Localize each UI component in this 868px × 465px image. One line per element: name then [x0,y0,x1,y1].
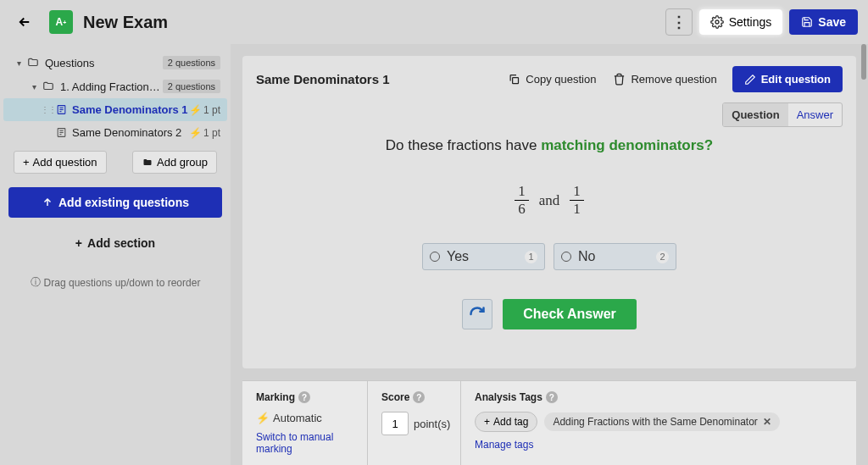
marking-mode: ⚡ Automatic [256,412,353,424]
tree-leaf[interactable]: Same Denominators 2 ⚡1 pt [3,121,227,144]
option-yes[interactable]: Yes 1 [422,243,545,270]
tree-root-label: Questions [45,57,163,69]
option-key-badge: 1 [525,251,537,263]
scrollbar[interactable] [860,44,868,465]
tab-answer[interactable]: Answer [788,103,842,126]
switch-marking-link[interactable]: Switch to manual marking [256,431,353,455]
tree-folder-badge: 2 questions [163,80,220,93]
folder-icon [42,80,55,92]
page-title: New Exam [83,13,168,32]
option-key-badge: 2 [656,251,669,263]
tree-folder[interactable]: ▾ 1. Adding Fractions with ... 2 questio… [3,75,227,98]
remove-tag-icon[interactable]: ✕ [763,416,771,428]
tab-question[interactable]: Question [723,103,787,126]
help-icon[interactable]: ? [413,391,425,403]
settings-button[interactable]: Settings [699,9,783,35]
add-existing-questions-button[interactable]: Add existing questions [8,187,222,218]
copy-question-button[interactable]: Copy question [499,68,604,91]
points-badge: ⚡1 pt [189,104,220,116]
remove-question-button[interactable]: Remove question [604,68,725,91]
bottom-panel: Marking? ⚡ Automatic Switch to manual ma… [242,380,856,465]
trash-icon [613,73,626,86]
folder-filled-icon [142,158,153,168]
marking-column: Marking? ⚡ Automatic Switch to manual ma… [242,381,368,465]
bolt-icon: ⚡ [256,412,270,424]
tag-chip: Adding Fractions with the Same Denominat… [544,412,779,431]
tags-column: Analysis Tags? + Add tag Adding Fraction… [461,381,856,465]
radio-icon [430,252,440,262]
add-tag-button[interactable]: + Add tag [475,412,537,432]
settings-label: Settings [729,15,772,29]
pencil-icon [744,74,756,86]
chevron-down-icon: ▾ [32,82,36,91]
manage-tags-link[interactable]: Manage tags [475,439,843,451]
save-icon [801,16,813,28]
question-prompt: Do these fractions have matching denomin… [276,137,822,154]
tree-root-badge: 2 questions [163,56,220,69]
tree-leaf-label: Same Denominators 2 [72,126,189,139]
help-icon[interactable]: ? [298,391,310,403]
add-section-button[interactable]: + Add section [8,230,222,257]
folder-icon [26,57,40,69]
info-icon: ⓘ [31,275,41,290]
fraction-display: 16 and 11 [276,183,822,218]
tree-folder-label: 1. Adding Fractions with ... [60,80,163,93]
plus-icon: + [75,236,82,250]
document-icon [56,104,67,115]
save-button[interactable]: Save [789,9,858,35]
tree-root-questions[interactable]: ▾ Questions 2 questions [3,51,227,75]
question-title: Same Denominators 1 [256,72,390,86]
svg-rect-9 [513,78,519,84]
add-group-button[interactable]: Add group [132,151,217,174]
save-label: Save [818,15,846,29]
question-body: Do these fractions have matching denomin… [242,134,856,341]
sidebar: ▾ Questions 2 questions ▾ 1. Adding Frac… [0,44,231,465]
question-card: Same Denominators 1 Copy question Remove… [242,56,856,368]
bolt-icon: ⚡ [189,104,202,116]
points-badge: ⚡1 pt [189,127,220,139]
upload-icon [42,197,53,208]
document-icon [56,127,67,138]
tree-leaf-label: Same Denominators 1 [72,103,189,116]
more-options-button[interactable]: ⋮ [665,8,693,36]
plus-icon: + [484,416,490,428]
question-answer-tabs: Question Answer [722,102,843,127]
copy-icon [508,73,520,86]
app-header: A+ New Exam ⋮ Settings Save [0,0,868,44]
plus-icon: + [23,156,30,169]
score-input[interactable] [381,412,409,435]
app-logo: A+ [49,10,73,34]
option-no[interactable]: No 2 [554,243,676,270]
svg-point-0 [715,20,719,24]
gear-icon [710,15,724,29]
content-area: Same Denominators 1 Copy question Remove… [231,44,868,465]
radio-icon [561,252,571,262]
refresh-button[interactable] [462,299,492,329]
check-answer-button[interactable]: Check Answer [503,299,637,329]
edit-question-button[interactable]: Edit question [732,66,843,92]
score-column: Score? point(s) [368,381,461,465]
tree-leaf-selected[interactable]: ⋮⋮ Same Denominators 1 ⚡1 pt [3,98,227,121]
chevron-down-icon: ▾ [17,58,21,68]
drag-handle-icon[interactable]: ⋮⋮ [41,105,56,114]
bolt-icon: ⚡ [189,127,202,139]
drag-hint: ⓘ Drag questions up/down to reorder [3,275,227,290]
add-question-button[interactable]: + Add question [14,151,107,174]
help-icon[interactable]: ? [546,391,558,403]
back-button[interactable] [10,11,39,33]
